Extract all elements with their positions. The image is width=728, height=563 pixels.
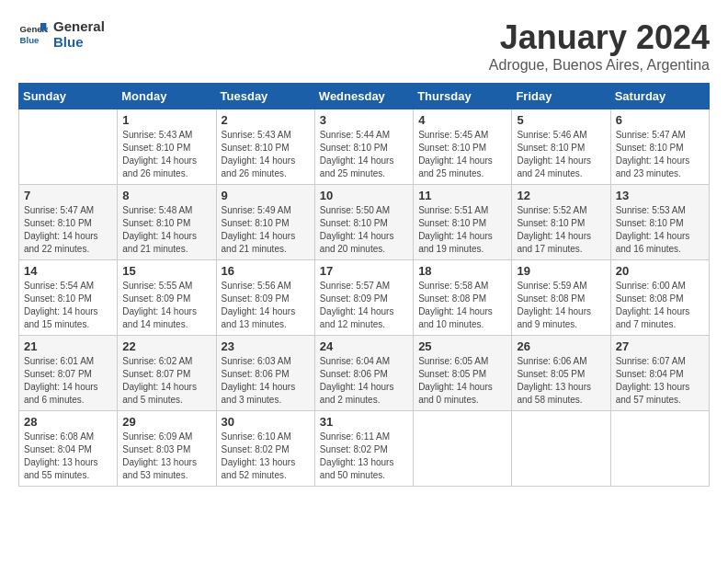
- week-row-5: 28Sunrise: 6:08 AM Sunset: 8:04 PM Dayli…: [19, 411, 710, 487]
- day-cell: 14Sunrise: 5:54 AM Sunset: 8:10 PM Dayli…: [19, 260, 118, 336]
- day-info: Sunrise: 6:08 AM Sunset: 8:04 PM Dayligh…: [24, 431, 112, 482]
- day-info: Sunrise: 6:10 AM Sunset: 8:02 PM Dayligh…: [222, 431, 310, 482]
- day-number: 2: [222, 113, 310, 127]
- week-row-1: 1Sunrise: 5:43 AM Sunset: 8:10 PM Daylig…: [19, 109, 710, 185]
- day-info: Sunrise: 6:06 AM Sunset: 8:05 PM Dayligh…: [517, 355, 605, 407]
- day-info: Sunrise: 5:48 AM Sunset: 8:10 PM Dayligh…: [122, 204, 210, 256]
- day-number: 21: [24, 339, 112, 353]
- day-cell: 18Sunrise: 5:58 AM Sunset: 8:08 PM Dayli…: [414, 260, 512, 336]
- day-info: Sunrise: 5:47 AM Sunset: 8:10 PM Dayligh…: [24, 204, 112, 256]
- day-number: 17: [320, 264, 408, 278]
- title-block: January 2024 Adrogue, Buenos Aires, Arge…: [489, 18, 710, 74]
- day-cell: 10Sunrise: 5:50 AM Sunset: 8:10 PM Dayli…: [314, 185, 413, 260]
- day-info: Sunrise: 5:55 AM Sunset: 8:09 PM Dayligh…: [122, 280, 210, 331]
- day-info: Sunrise: 5:43 AM Sunset: 8:10 PM Dayligh…: [122, 129, 210, 180]
- day-number: 18: [418, 264, 506, 278]
- header-row: SundayMondayTuesdayWednesdayThursdayFrid…: [19, 84, 710, 109]
- day-cell: 8Sunrise: 5:48 AM Sunset: 8:10 PM Daylig…: [118, 185, 216, 260]
- day-number: 19: [517, 264, 605, 278]
- logo-text-general: General: [53, 18, 105, 34]
- day-number: 23: [222, 339, 310, 353]
- day-info: Sunrise: 5:45 AM Sunset: 8:10 PM Dayligh…: [418, 129, 506, 180]
- week-row-3: 14Sunrise: 5:54 AM Sunset: 8:10 PM Dayli…: [19, 260, 710, 336]
- day-info: Sunrise: 6:07 AM Sunset: 8:04 PM Dayligh…: [616, 355, 704, 407]
- day-cell: [414, 411, 512, 487]
- logo-text-blue: Blue: [53, 34, 105, 50]
- day-cell: 30Sunrise: 6:10 AM Sunset: 8:02 PM Dayli…: [216, 411, 314, 487]
- day-cell: 24Sunrise: 6:04 AM Sunset: 8:06 PM Dayli…: [314, 336, 413, 411]
- day-info: Sunrise: 6:09 AM Sunset: 8:03 PM Dayligh…: [122, 431, 210, 482]
- day-cell: 13Sunrise: 5:53 AM Sunset: 8:10 PM Dayli…: [610, 185, 709, 260]
- day-info: Sunrise: 6:11 AM Sunset: 8:02 PM Dayligh…: [320, 431, 408, 482]
- day-number: 6: [616, 113, 704, 127]
- day-number: 8: [122, 189, 210, 202]
- day-cell: 26Sunrise: 6:06 AM Sunset: 8:05 PM Dayli…: [512, 336, 610, 411]
- day-info: Sunrise: 5:58 AM Sunset: 8:08 PM Dayligh…: [418, 280, 506, 331]
- day-info: Sunrise: 5:43 AM Sunset: 8:10 PM Dayligh…: [222, 129, 310, 180]
- day-cell: 28Sunrise: 6:08 AM Sunset: 8:04 PM Dayli…: [19, 411, 118, 487]
- day-info: Sunrise: 5:50 AM Sunset: 8:10 PM Dayligh…: [320, 204, 408, 256]
- day-cell: 19Sunrise: 5:59 AM Sunset: 8:08 PM Dayli…: [512, 260, 610, 336]
- day-number: 22: [122, 339, 210, 353]
- calendar-table: SundayMondayTuesdayWednesdayThursdayFrid…: [18, 83, 710, 487]
- day-cell: [610, 411, 709, 487]
- day-number: 28: [24, 415, 112, 429]
- day-cell: 23Sunrise: 6:03 AM Sunset: 8:06 PM Dayli…: [216, 336, 314, 411]
- day-cell: 25Sunrise: 6:05 AM Sunset: 8:05 PM Dayli…: [414, 336, 512, 411]
- day-cell: 3Sunrise: 5:44 AM Sunset: 8:10 PM Daylig…: [314, 109, 413, 185]
- day-info: Sunrise: 6:05 AM Sunset: 8:05 PM Dayligh…: [418, 355, 506, 407]
- day-cell: 11Sunrise: 5:51 AM Sunset: 8:10 PM Dayli…: [414, 185, 512, 260]
- day-cell: 15Sunrise: 5:55 AM Sunset: 8:09 PM Dayli…: [118, 260, 216, 336]
- header-cell-friday: Friday: [512, 84, 610, 109]
- header-cell-thursday: Thursday: [414, 84, 512, 109]
- day-cell: 20Sunrise: 6:00 AM Sunset: 8:08 PM Dayli…: [610, 260, 709, 336]
- day-cell: 6Sunrise: 5:47 AM Sunset: 8:10 PM Daylig…: [610, 109, 709, 185]
- calendar-header: SundayMondayTuesdayWednesdayThursdayFrid…: [19, 84, 710, 109]
- day-number: 3: [320, 113, 408, 127]
- day-cell: 5Sunrise: 5:46 AM Sunset: 8:10 PM Daylig…: [512, 109, 610, 185]
- day-number: 16: [222, 264, 310, 278]
- day-cell: [512, 411, 610, 487]
- week-row-4: 21Sunrise: 6:01 AM Sunset: 8:07 PM Dayli…: [19, 336, 710, 411]
- day-number: 15: [122, 264, 210, 278]
- day-info: Sunrise: 6:00 AM Sunset: 8:08 PM Dayligh…: [616, 280, 704, 331]
- day-info: Sunrise: 5:52 AM Sunset: 8:10 PM Dayligh…: [517, 204, 605, 256]
- day-cell: 22Sunrise: 6:02 AM Sunset: 8:07 PM Dayli…: [118, 336, 216, 411]
- day-cell: 27Sunrise: 6:07 AM Sunset: 8:04 PM Dayli…: [610, 336, 709, 411]
- header-cell-sunday: Sunday: [19, 84, 118, 109]
- day-number: 27: [616, 339, 704, 353]
- header-cell-saturday: Saturday: [610, 84, 709, 109]
- day-cell: 31Sunrise: 6:11 AM Sunset: 8:02 PM Dayli…: [314, 411, 413, 487]
- day-info: Sunrise: 5:56 AM Sunset: 8:09 PM Dayligh…: [222, 280, 310, 331]
- day-info: Sunrise: 6:02 AM Sunset: 8:07 PM Dayligh…: [122, 355, 210, 407]
- day-number: 31: [320, 415, 408, 429]
- day-cell: 16Sunrise: 5:56 AM Sunset: 8:09 PM Dayli…: [216, 260, 314, 336]
- month-year: January 2024: [489, 18, 710, 57]
- day-number: 5: [517, 113, 605, 127]
- day-info: Sunrise: 5:44 AM Sunset: 8:10 PM Dayligh…: [320, 129, 408, 180]
- day-number: 24: [320, 339, 408, 353]
- day-cell: [19, 109, 118, 185]
- header-cell-tuesday: Tuesday: [216, 84, 314, 109]
- day-cell: 21Sunrise: 6:01 AM Sunset: 8:07 PM Dayli…: [19, 336, 118, 411]
- day-cell: 4Sunrise: 5:45 AM Sunset: 8:10 PM Daylig…: [414, 109, 512, 185]
- header-cell-wednesday: Wednesday: [314, 84, 413, 109]
- day-info: Sunrise: 6:01 AM Sunset: 8:07 PM Dayligh…: [24, 355, 112, 407]
- day-number: 20: [616, 264, 704, 278]
- header: General Blue General Blue January 2024 A…: [18, 18, 710, 74]
- day-number: 12: [517, 189, 605, 202]
- day-number: 30: [222, 415, 310, 429]
- day-info: Sunrise: 5:46 AM Sunset: 8:10 PM Dayligh…: [517, 129, 605, 180]
- day-cell: 7Sunrise: 5:47 AM Sunset: 8:10 PM Daylig…: [19, 185, 118, 260]
- logo-icon: General Blue: [18, 19, 48, 49]
- svg-text:Blue: Blue: [20, 35, 40, 45]
- logo: General Blue General Blue: [18, 18, 105, 50]
- day-info: Sunrise: 5:49 AM Sunset: 8:10 PM Dayligh…: [222, 204, 310, 256]
- day-number: 4: [418, 113, 506, 127]
- day-info: Sunrise: 5:51 AM Sunset: 8:10 PM Dayligh…: [418, 204, 506, 256]
- day-info: Sunrise: 5:47 AM Sunset: 8:10 PM Dayligh…: [616, 129, 704, 180]
- day-number: 11: [418, 189, 506, 202]
- day-number: 26: [517, 339, 605, 353]
- calendar-body: 1Sunrise: 5:43 AM Sunset: 8:10 PM Daylig…: [19, 109, 710, 487]
- day-info: Sunrise: 5:59 AM Sunset: 8:08 PM Dayligh…: [517, 280, 605, 331]
